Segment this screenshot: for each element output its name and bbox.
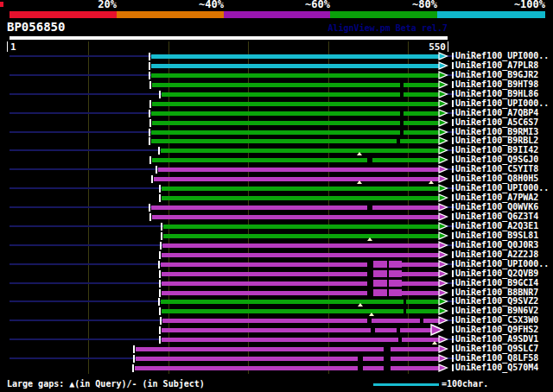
hit-bar[interactable] — [162, 243, 440, 248]
hit-label[interactable]: UniRef100_Q2QVB9 — [455, 269, 538, 278]
query-gap-triangle-icon — [429, 180, 434, 184]
subject-start-tick — [149, 119, 151, 127]
hit-label[interactable]: UniRef100_A2Z2J8 — [455, 250, 538, 259]
hit-label[interactable]: UniRef100_B9GJR2 — [455, 71, 538, 79]
subject-end-tick — [452, 110, 454, 117]
hit-label[interactable]: UniRef100_Q9SVZ2 — [455, 297, 538, 306]
hit-bar[interactable] — [162, 319, 440, 323]
hit-bar[interactable] — [161, 300, 440, 304]
hit-bar[interactable] — [152, 121, 440, 125]
hit-label[interactable]: UniRef100_B9II42 — [455, 146, 538, 155]
hit-bar[interactable] — [162, 309, 440, 313]
subject-start-tick — [149, 156, 151, 164]
subject-gap-marker — [367, 262, 373, 267]
hit-label[interactable]: UniRef100_A5C6S7 — [455, 118, 538, 127]
subject-end-tick — [452, 223, 454, 230]
hit-bar[interactable] — [151, 111, 440, 116]
subject-gap-marker — [367, 272, 373, 276]
hit-label[interactable]: UniRef100_C5YIT8 — [455, 165, 538, 174]
hit-label[interactable]: UniRef100_C5X3W0 — [455, 316, 538, 325]
hit-bar[interactable] — [163, 224, 440, 229]
hit-bar[interactable] — [152, 158, 440, 162]
hit-label[interactable]: UniRef100_Q6Z3T4 — [455, 212, 538, 221]
hit-bar[interactable] — [158, 168, 440, 172]
hit-label[interactable]: UniRef100_UPI000.. — [455, 184, 549, 193]
hit-label[interactable]: UniRef100_B9GCI4 — [455, 279, 538, 288]
hit-label[interactable]: UniRef100_UPI000.. — [455, 260, 549, 269]
hit-label[interactable]: UniRef100_Q9SGJ0 — [455, 155, 538, 164]
hit-bar[interactable] — [151, 130, 440, 135]
hit-label[interactable]: UniRef100_B9N6V2 — [455, 307, 538, 315]
hit-label[interactable]: UniRef100_Q0J0R3 — [455, 241, 538, 250]
subject-gap-marker — [384, 357, 391, 361]
hit-label[interactable]: UniRef100_B9HL86 — [455, 90, 538, 98]
hit-label[interactable]: UniRef100_Q570M4 — [455, 364, 538, 372]
subject-end-tick — [452, 204, 454, 211]
hit-bar[interactable] — [151, 64, 440, 68]
key-segment-label: ~80% — [412, 0, 437, 9]
hit-label[interactable]: UniRef100_Q8LF58 — [455, 354, 538, 363]
subject-start-tick — [151, 175, 153, 183]
hit-label[interactable]: UniRef100_B9SL81 — [455, 231, 538, 240]
hit-bar[interactable] — [163, 234, 440, 238]
hit-label[interactable]: UniRef100_A7QBP4 — [455, 109, 538, 117]
hit-bar[interactable] — [162, 328, 432, 332]
hit-label[interactable]: UniRef100_A7PWA2 — [455, 193, 538, 202]
subject-end-tick — [452, 270, 454, 277]
query-gap-triangle-icon — [369, 313, 374, 316]
subject-gap-marker — [384, 366, 391, 370]
subject-end-tick — [452, 119, 454, 126]
ruler-start-label: 1 — [10, 42, 16, 52]
hit-bar[interactable] — [154, 177, 440, 181]
query-gap-triangle-icon — [357, 152, 362, 155]
watermark: AlignView.pm Beta rel.7 — [328, 24, 448, 33]
subject-end-tick — [452, 137, 454, 144]
subject-gap-marker — [404, 300, 406, 304]
key-segment-label: 20% — [98, 0, 117, 9]
hit-label[interactable]: UniRef100_UPI000.. — [455, 52, 549, 60]
key-segment-label: ~40% — [199, 0, 224, 9]
hit-bar-thick-segment — [373, 289, 387, 296]
subject-start-tick — [158, 298, 160, 306]
hit-bar[interactable] — [136, 357, 440, 361]
subject-start-tick — [149, 62, 150, 70]
subject-gap-marker — [371, 328, 375, 332]
hit-bar[interactable] — [151, 73, 440, 78]
subject-gap-marker — [400, 83, 404, 87]
hit-label[interactable]: UniRef100_A9SDV1 — [455, 335, 538, 344]
query-id: BP056850 — [7, 22, 65, 33]
hit-bar[interactable] — [161, 149, 440, 153]
hit-bar[interactable] — [136, 347, 440, 351]
hit-bar[interactable] — [135, 366, 440, 370]
identity-key-labels: 20%~40%~60%~80%~100% — [0, 0, 553, 10]
hit-bar[interactable] — [162, 196, 440, 200]
hit-label[interactable]: UniRef100_B9RBL2 — [455, 136, 538, 145]
hit-label[interactable]: UniRef100_Q9FHS2 — [455, 326, 538, 334]
hit-bar[interactable] — [151, 205, 440, 210]
subject-end-tick — [452, 317, 454, 324]
subject-start-tick — [159, 280, 161, 288]
hit-label[interactable]: UniRef100_A7PLR8 — [455, 61, 538, 70]
subject-end-tick — [452, 100, 454, 107]
hit-bar[interactable] — [152, 215, 440, 219]
hit-label[interactable]: UniRef100_Q0WVK6 — [455, 203, 538, 212]
subject-end-tick — [452, 156, 454, 163]
subject-gap-marker — [420, 319, 423, 323]
hit-label[interactable]: UniRef100_UPI000.. — [455, 99, 549, 108]
hit-label[interactable]: UniRef100_B9HT98 — [455, 80, 538, 89]
subject-start-tick — [149, 137, 150, 145]
hit-bar[interactable] — [152, 102, 440, 106]
subject-end-tick — [452, 62, 454, 69]
hit-bar[interactable] — [152, 83, 440, 87]
hit-bar[interactable] — [162, 253, 440, 257]
hit-bar-thick-segment — [373, 261, 387, 268]
hit-label[interactable]: UniRef100_A2Q3E1 — [455, 222, 538, 231]
hit-bar[interactable] — [162, 92, 440, 97]
subject-gap-marker — [387, 272, 389, 276]
hit-arrow-icon — [438, 363, 448, 373]
hit-label[interactable]: UniRef100_Q9SLC7 — [455, 345, 538, 353]
hit-bar[interactable] — [162, 187, 440, 191]
hit-bar[interactable] — [151, 54, 440, 59]
subject-start-tick — [159, 307, 161, 315]
hit-label[interactable]: UniRef100_Q8H0H5 — [455, 174, 538, 183]
